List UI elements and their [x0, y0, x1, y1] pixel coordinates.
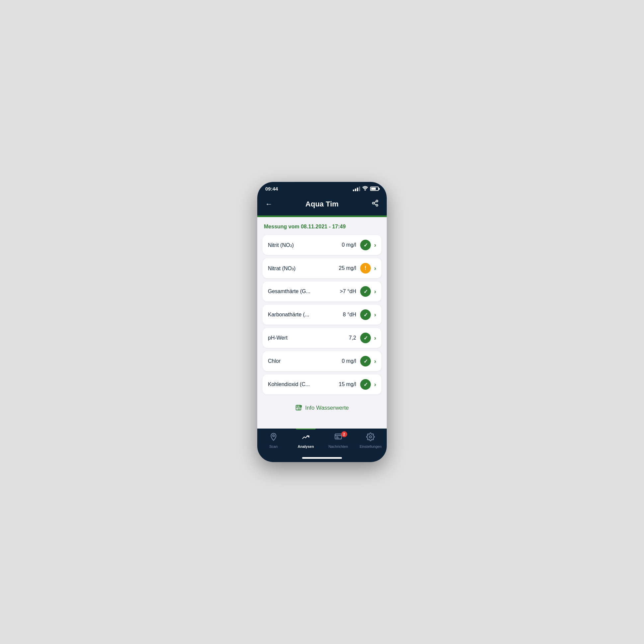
status-icon: ✓: [360, 333, 371, 343]
chevron-right-icon: ›: [374, 242, 376, 249]
page-header: ← Aqua Tim: [257, 194, 387, 215]
chevron-right-icon: ›: [374, 358, 376, 365]
status-icon: ✓: [360, 240, 371, 250]
list-item[interactable]: Gesamthärte (G...>7 °dH✓›: [263, 282, 381, 301]
scan-icon: [269, 433, 278, 443]
status-icon: ✓: [360, 309, 371, 320]
item-name: Nitrit (NO₂): [268, 242, 342, 248]
status-icon: !: [360, 263, 371, 274]
list-item[interactable]: Nitrat (NO₃)25 mg/l!›: [263, 258, 381, 278]
wifi-icon: [362, 186, 368, 192]
item-value: 0 mg/l: [342, 358, 356, 364]
svg-line-3: [374, 203, 376, 205]
main-content: Messung vom 08.11.2021 - 17:49 Nitrit (N…: [257, 217, 387, 429]
status-icon: ✓: [360, 379, 371, 390]
chevron-right-icon: ›: [374, 265, 376, 272]
signal-icon: [353, 187, 360, 191]
nav-label-analysen: Analysen: [298, 444, 314, 448]
page-title: Aqua Tim: [305, 200, 339, 208]
item-name: pH-Wert: [268, 335, 349, 341]
bottom-nav: Scan Analysen 2 Nachricht: [257, 429, 387, 455]
nav-item-nachrichten[interactable]: 2 Nachrichten: [322, 429, 355, 450]
item-name: Karbonathärte (...: [268, 312, 343, 318]
info-link-text: Info Wasserwerte: [305, 405, 349, 411]
status-icon: ✓: [360, 356, 371, 366]
share-button[interactable]: [370, 198, 380, 210]
item-value: 8 °dH: [343, 312, 356, 318]
battery-icon: [370, 187, 379, 191]
home-indicator: [257, 455, 387, 462]
item-name: Kohlendioxid (C...: [268, 381, 339, 387]
items-list: Nitrit (NO₂)0 mg/l✓›Nitrat (NO₃)25 mg/l!…: [257, 235, 387, 394]
list-item[interactable]: Kohlendioxid (C...15 mg/l✓›: [263, 374, 381, 394]
nav-active-indicator: [296, 429, 316, 430]
nav-label-einstellungen: Einstellungen: [360, 444, 381, 448]
nav-label-scan: Scan: [269, 444, 278, 448]
chevron-right-icon: ›: [374, 311, 376, 318]
svg-point-6: [273, 435, 274, 437]
item-name: Gesamthärte (G...: [268, 288, 340, 294]
info-section: Info Wasserwerte: [257, 394, 387, 418]
list-item[interactable]: Karbonathärte (...8 °dH✓›: [263, 305, 381, 325]
list-item[interactable]: Chlor0 mg/l✓›: [263, 351, 381, 371]
nav-item-analysen[interactable]: Analysen: [290, 429, 322, 450]
nachrichten-badge: 2: [341, 431, 347, 437]
item-value: 7,2: [349, 335, 356, 341]
chevron-right-icon: ›: [374, 335, 376, 342]
chevron-right-icon: ›: [374, 381, 376, 388]
list-item[interactable]: pH-Wert7,2✓›: [263, 328, 381, 348]
item-value: 15 mg/l: [339, 381, 356, 387]
analysen-icon: [301, 433, 310, 443]
status-icon: ✓: [360, 286, 371, 297]
item-value: >7 °dH: [340, 288, 356, 294]
external-link-icon: [295, 404, 302, 412]
measurement-date: Messung vom 08.11.2021 - 17:49: [257, 217, 387, 235]
einstellungen-icon: [366, 433, 375, 443]
back-button[interactable]: ←: [264, 199, 274, 210]
chevron-right-icon: ›: [374, 288, 376, 295]
item-name: Chlor: [268, 358, 342, 364]
svg-point-11: [369, 436, 372, 438]
status-time: 09:44: [265, 186, 278, 192]
nav-item-scan[interactable]: Scan: [257, 429, 290, 450]
item-name: Nitrat (NO₃): [268, 265, 339, 272]
status-bar: 09:44: [257, 182, 387, 194]
item-value: 25 mg/l: [339, 265, 356, 271]
info-link[interactable]: Info Wasserwerte: [295, 404, 349, 412]
home-bar: [302, 457, 342, 459]
phone-frame: 09:44 ← Aqua Tim: [257, 182, 387, 462]
nav-label-nachrichten: Nachrichten: [328, 444, 348, 448]
item-value: 0 mg/l: [342, 242, 356, 248]
svg-line-4: [374, 201, 376, 203]
nav-item-einstellungen[interactable]: Einstellungen: [355, 429, 387, 450]
list-item[interactable]: Nitrit (NO₂)0 mg/l✓›: [263, 235, 381, 255]
status-icons: [353, 186, 379, 192]
